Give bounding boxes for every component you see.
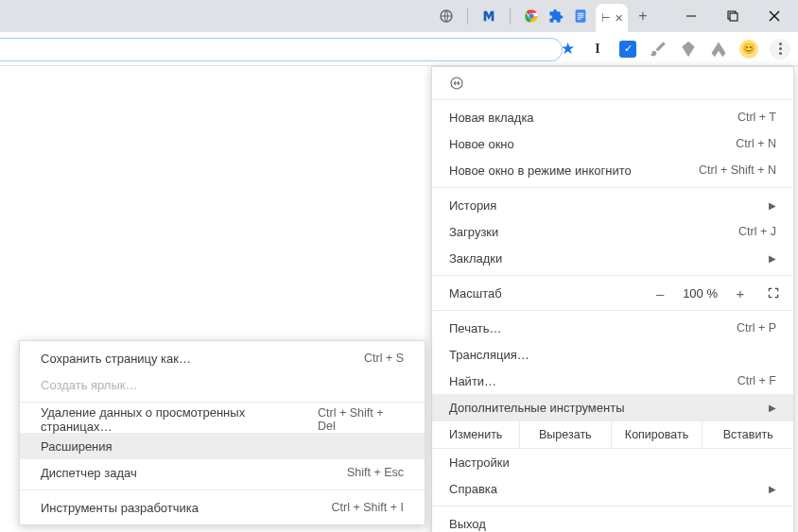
menu-downloads[interactable]: Загрузки Ctrl + J bbox=[432, 218, 793, 245]
menu-item-label: Дополнительные инструменты bbox=[449, 401, 625, 415]
extension-puzzle-icon[interactable] bbox=[548, 9, 564, 24]
diamond-extension-icon[interactable] bbox=[679, 40, 698, 59]
menu-new-tab[interactable]: Новая вкладка Ctrl + T bbox=[432, 104, 793, 130]
minimize-button[interactable] bbox=[683, 8, 700, 25]
submenu-arrow-icon: ▶ bbox=[769, 403, 776, 413]
menu-item-shortcut: Ctrl + Shift + Del bbox=[318, 406, 404, 433]
zoom-label: Масштаб bbox=[449, 286, 652, 300]
edit-label: Изменить bbox=[432, 421, 519, 448]
menu-edit-row: Изменить Вырезать Копировать Вставить bbox=[432, 420, 793, 449]
menu-new-window[interactable]: Новое окно Ctrl + N bbox=[432, 130, 793, 157]
zoom-value: 100 % bbox=[683, 286, 718, 300]
svg-rect-4 bbox=[578, 13, 584, 14]
tab-separator bbox=[510, 8, 511, 25]
menu-item-shortcut: Ctrl + F bbox=[737, 374, 776, 387]
address-bar[interactable] bbox=[0, 38, 563, 61]
menu-item-label: Выход bbox=[449, 517, 486, 531]
maximize-button[interactable] bbox=[724, 8, 741, 25]
close-window-button[interactable] bbox=[766, 8, 783, 25]
menu-item-shortcut: Ctrl + Shift + N bbox=[699, 163, 776, 177]
menu-item-shortcut: Shift + Esc bbox=[347, 466, 404, 479]
malwarebytes-icon[interactable] bbox=[481, 9, 496, 24]
main-menu: Новая вкладка Ctrl + T Новое окно Ctrl +… bbox=[431, 66, 794, 532]
menu-item-shortcut: Ctrl + S bbox=[364, 352, 404, 365]
account-icon-row[interactable] bbox=[432, 71, 793, 95]
menu-item-shortcut: Ctrl + T bbox=[737, 111, 776, 124]
menu-item-label: Загрузки bbox=[449, 225, 498, 239]
menu-cast[interactable]: Трансляция… bbox=[432, 341, 793, 368]
menu-item-label: Печать… bbox=[449, 321, 502, 335]
svg-rect-5 bbox=[578, 15, 584, 16]
menu-item-label: Новая вкладка bbox=[449, 111, 534, 125]
menu-item-label: Справка bbox=[449, 482, 497, 496]
submenu-save-page[interactable]: Сохранить страницу как… Ctrl + S bbox=[20, 345, 425, 371]
menu-more-tools[interactable]: Дополнительные инструменты ▶ bbox=[432, 394, 793, 420]
tab-strip: ⊢ ✕ + bbox=[0, 0, 798, 32]
close-tab-icon[interactable]: ✕ bbox=[615, 12, 623, 25]
menu-incognito[interactable]: Новое окно в режиме инкогнито Ctrl + Shi… bbox=[432, 157, 793, 183]
menu-item-label: Сохранить страницу как… bbox=[41, 352, 191, 366]
menu-item-label: Новое окно в режиме инкогнито bbox=[449, 163, 632, 178]
drive-extension-icon[interactable] bbox=[709, 40, 728, 59]
main-menu-button[interactable] bbox=[770, 39, 790, 60]
submenu-create-shortcut: Создать ярлык… bbox=[20, 371, 425, 398]
submenu-arrow-icon: ▶ bbox=[769, 484, 776, 494]
more-tools-submenu: Сохранить страницу как… Ctrl + S Создать… bbox=[19, 340, 425, 525]
profile-avatar[interactable]: 😊 bbox=[739, 40, 758, 59]
menu-bookmarks[interactable]: Закладки ▶ bbox=[432, 245, 793, 271]
submenu-task-manager[interactable]: Диспетчер задач Shift + Esc bbox=[20, 459, 425, 486]
todo-extension-icon[interactable]: ✓ bbox=[618, 40, 637, 59]
submenu-arrow-icon: ▶ bbox=[769, 253, 776, 264]
menu-item-shortcut: Ctrl + P bbox=[737, 321, 776, 335]
svg-rect-3 bbox=[576, 9, 586, 22]
background-tab-icons bbox=[439, 8, 594, 25]
new-tab-button[interactable]: + bbox=[630, 3, 656, 29]
chrome-icon[interactable] bbox=[524, 9, 539, 24]
menu-item-label: Настройки bbox=[449, 455, 510, 470]
menu-item-label: Диспетчер задач bbox=[41, 466, 137, 480]
menu-zoom: Масштаб – 100 % + bbox=[432, 280, 793, 306]
submenu-clear-data[interactable]: Удаление данных о просмотренных страница… bbox=[20, 406, 425, 433]
menu-item-label: Расширения bbox=[41, 439, 113, 454]
menu-item-label: Удаление данных о просмотренных страница… bbox=[41, 405, 318, 434]
menu-print[interactable]: Печать… Ctrl + P bbox=[432, 315, 793, 341]
edit-copy-button[interactable]: Копировать bbox=[611, 421, 703, 448]
svg-rect-6 bbox=[578, 17, 584, 18]
menu-help[interactable]: Справка ▶ bbox=[432, 475, 793, 502]
instapaper-icon[interactable]: I bbox=[588, 40, 607, 59]
fullscreen-button[interactable] bbox=[767, 286, 780, 300]
menu-item-label: История bbox=[449, 198, 496, 213]
menu-item-shortcut: Ctrl + Shift + I bbox=[332, 501, 404, 514]
submenu-extensions[interactable]: Расширения bbox=[20, 433, 425, 459]
menu-item-label: Инструменты разработчика bbox=[41, 501, 199, 515]
brush-extension-icon[interactable] bbox=[649, 40, 668, 59]
edit-cut-button[interactable]: Вырезать bbox=[519, 421, 611, 448]
zoom-in-button[interactable]: + bbox=[733, 285, 748, 301]
menu-item-shortcut: Ctrl + J bbox=[738, 225, 776, 238]
edit-paste-button[interactable]: Вставить bbox=[702, 421, 793, 448]
docs-icon[interactable] bbox=[573, 9, 588, 24]
svg-rect-10 bbox=[730, 13, 737, 21]
active-tab[interactable]: ⊢ ✕ bbox=[596, 4, 628, 32]
menu-item-label: Найти… bbox=[449, 374, 496, 388]
menu-settings[interactable]: Настройки bbox=[432, 449, 793, 475]
menu-item-label: Закладки bbox=[449, 251, 502, 266]
globe-icon[interactable] bbox=[439, 9, 454, 24]
menu-item-shortcut: Ctrl + N bbox=[736, 137, 776, 150]
tab-favicon: ⊢ bbox=[601, 12, 611, 25]
submenu-dev-tools[interactable]: Инструменты разработчика Ctrl + Shift + … bbox=[20, 494, 425, 521]
zoom-out-button[interactable]: – bbox=[652, 285, 668, 301]
svg-point-2 bbox=[529, 13, 533, 18]
window-controls bbox=[683, 8, 783, 25]
menu-item-label: Новое окно bbox=[449, 137, 514, 151]
menu-history[interactable]: История ▶ bbox=[432, 192, 793, 218]
menu-item-label: Создать ярлык… bbox=[41, 378, 137, 392]
menu-exit[interactable]: Выход bbox=[432, 510, 793, 532]
menu-find[interactable]: Найти… Ctrl + F bbox=[432, 368, 793, 394]
submenu-arrow-icon: ▶ bbox=[769, 200, 776, 211]
tab-separator bbox=[467, 8, 468, 25]
menu-item-label: Трансляция… bbox=[449, 348, 529, 362]
svg-rect-7 bbox=[578, 19, 581, 20]
